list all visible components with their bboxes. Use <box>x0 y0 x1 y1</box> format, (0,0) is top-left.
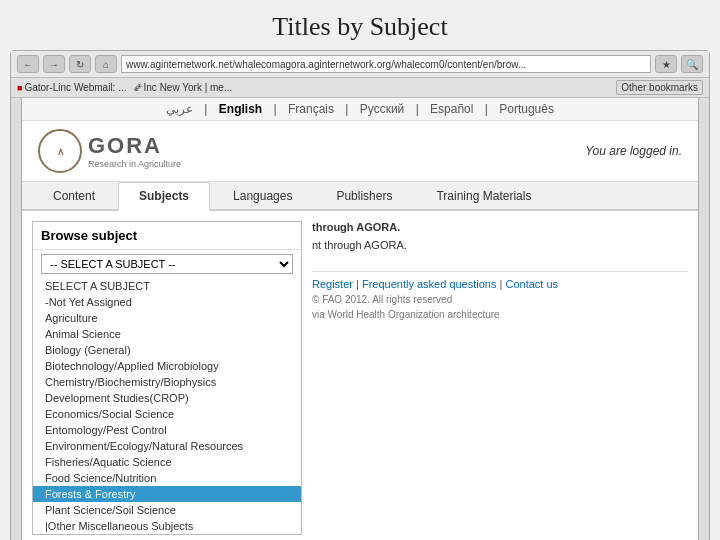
browse-panel: Browse subject -- SELECT A SUBJECT -- SE… <box>32 221 302 535</box>
lang-english[interactable]: English <box>219 102 262 116</box>
bookmark-2[interactable]: 🗞 Inc New York | me... <box>133 82 233 93</box>
list-item[interactable]: Biotechnology/Applied Microbiology <box>33 358 301 374</box>
list-item[interactable]: Agriculture <box>33 310 301 326</box>
login-status: You are logged in. <box>585 144 682 158</box>
logo-subtitle: Research in Agriculture <box>88 159 181 169</box>
main-content: Browse subject -- SELECT A SUBJECT -- SE… <box>22 211 698 540</box>
browser-toolbar: ← → ↻ ⌂ ★ 🔍 <box>11 51 709 78</box>
bookmark-1-icon: ■ <box>17 83 22 93</box>
logo-icon: ∧ <box>38 129 82 173</box>
list-item[interactable]: Fisheries/Aquatic Science <box>33 454 301 470</box>
access-text-2: nt through AGORA. <box>312 239 688 251</box>
forward-button[interactable]: → <box>43 55 65 73</box>
search-button[interactable]: 🔍 <box>681 55 703 73</box>
access-text-1: through AGORA. <box>312 221 688 233</box>
list-item[interactable]: |Other Miscellaneous Subjects <box>33 518 301 534</box>
nav-tabs: Content Subjects Languages Publishers Tr… <box>22 182 698 211</box>
subject-select-row: -- SELECT A SUBJECT -- <box>33 250 301 278</box>
list-item-selected[interactable]: Forests & Forestry <box>33 486 301 502</box>
bookmark-1[interactable]: ■ Gator-Linc Webmail: ... <box>17 82 127 93</box>
lang-french[interactable]: Français <box>288 102 334 116</box>
list-item[interactable]: Environment/Ecology/Natural Resources <box>33 438 301 454</box>
list-item[interactable]: SELECT A SUBJECT <box>33 278 301 294</box>
list-item[interactable]: Entomology/Pest Control <box>33 422 301 438</box>
logo-area: ∧ GORA Research in Agriculture <box>38 129 181 173</box>
lang-russian[interactable]: Русский <box>360 102 405 116</box>
list-item[interactable]: Plant Science/Soil Science <box>33 502 301 518</box>
faq-link[interactable]: Frequently asked questions <box>362 278 497 290</box>
logo-name: GORA <box>88 133 162 158</box>
list-item[interactable]: Food Science/Nutrition <box>33 470 301 486</box>
copyright-text: © FAO 2012. All rights reserved <box>312 294 688 305</box>
bookmark-2-label: Inc New York | me... <box>144 82 233 93</box>
tab-subjects[interactable]: Subjects <box>118 182 210 211</box>
lang-portuguese[interactable]: Português <box>499 102 554 116</box>
right-content: through AGORA. nt through AGORA. Registe… <box>312 221 688 535</box>
home-button[interactable]: ⌂ <box>95 55 117 73</box>
website-content: عربي | English | Français | Русский | Es… <box>21 98 699 540</box>
browser-window: ← → ↻ ⌂ ★ 🔍 ■ Gator-Linc Webmail: ... 🗞 … <box>10 50 710 540</box>
back-button[interactable]: ← <box>17 55 39 73</box>
tab-content[interactable]: Content <box>32 182 116 209</box>
tab-training-materials[interactable]: Training Materials <box>415 182 552 209</box>
lang-spanish[interactable]: Español <box>430 102 473 116</box>
architecture-text: via World Health Organization architectu… <box>312 309 688 320</box>
list-item[interactable]: Chemistry/Biochemistry/Biophysics <box>33 374 301 390</box>
list-item[interactable]: -Not Yet Assigned <box>33 294 301 310</box>
tab-languages[interactable]: Languages <box>212 182 313 209</box>
other-bookmarks[interactable]: Other bookmarks <box>616 80 703 95</box>
bookmark-2-icon: 🗞 <box>133 83 142 93</box>
list-item[interactable]: Economics/Social Science <box>33 406 301 422</box>
list-item[interactable]: Development Studies(CROP) <box>33 390 301 406</box>
register-link[interactable]: Register <box>312 278 353 290</box>
page-title: Titles by Subject <box>0 12 720 42</box>
address-bar[interactable] <box>121 55 651 73</box>
site-header: ∧ GORA Research in Agriculture You are l… <box>22 121 698 182</box>
star-button[interactable]: ★ <box>655 55 677 73</box>
bookmarks-bar: ■ Gator-Linc Webmail: ... 🗞 Inc New York… <box>11 78 709 98</box>
tab-publishers[interactable]: Publishers <box>315 182 413 209</box>
lang-arabic[interactable]: عربي <box>166 102 193 116</box>
refresh-button[interactable]: ↻ <box>69 55 91 73</box>
subject-list: SELECT A SUBJECT -Not Yet Assigned Agric… <box>33 278 301 534</box>
contact-link[interactable]: Contact us <box>505 278 558 290</box>
bookmark-1-label: Gator-Linc Webmail: ... <box>24 82 126 93</box>
logo-block: GORA Research in Agriculture <box>88 133 181 169</box>
list-item[interactable]: Biology (General) <box>33 342 301 358</box>
language-bar: عربي | English | Français | Русский | Es… <box>22 98 698 121</box>
footer-links: Register | Frequently asked questions | … <box>312 271 688 320</box>
subject-dropdown[interactable]: -- SELECT A SUBJECT -- <box>41 254 293 274</box>
browse-title: Browse subject <box>33 222 301 250</box>
page-title-area: Titles by Subject <box>0 0 720 50</box>
list-item[interactable]: Animal Science <box>33 326 301 342</box>
